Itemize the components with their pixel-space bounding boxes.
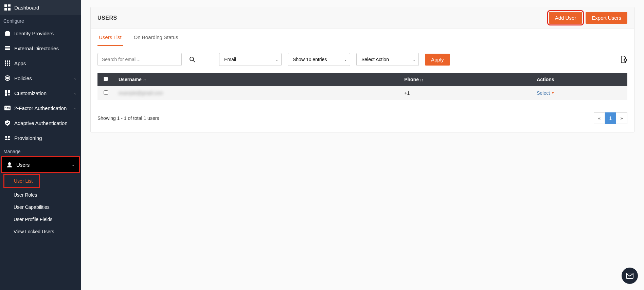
svg-point-20 <box>6 77 8 79</box>
panel-header: USERS Add User Export Users <box>91 7 634 29</box>
directories-icon <box>4 45 11 52</box>
toolbar: Email ⌄ Show 10 entries ⌄ Select Action … <box>91 46 634 73</box>
entries-select-wrap: Show 10 entries ⌄ <box>288 53 350 66</box>
pagination: « 1 » <box>594 112 627 124</box>
apply-button[interactable]: Apply <box>425 54 450 66</box>
sort-icon: ↓↑ <box>142 78 146 82</box>
sidebar-item-external-directories[interactable]: External Directories <box>0 41 81 56</box>
users-panel: USERS Add User Export Users Users List O… <box>90 7 634 132</box>
sidebar-item-users[interactable]: Users ⌄ <box>1 156 80 173</box>
tab-onboarding-status[interactable]: On Boarding Status <box>132 29 180 46</box>
pagination-page-1[interactable]: 1 <box>605 112 616 124</box>
svg-rect-0 <box>4 4 7 7</box>
table-row: example@gmail.com +1 Select ▼ <box>97 86 627 100</box>
add-column-button[interactable] <box>619 55 627 64</box>
sidebar-item-label: Policies <box>14 75 74 81</box>
chevron-down-icon: ⌄ <box>74 76 77 80</box>
shield-check-icon <box>4 120 11 126</box>
pagination-next[interactable]: » <box>616 112 627 124</box>
svg-rect-7 <box>5 46 10 47</box>
sidebar-item-label: Identity Providers <box>14 31 77 36</box>
field-select-wrap: Email ⌄ <box>219 53 282 66</box>
header-actions: Add User Export Users <box>549 12 627 24</box>
sort-icon: ↓↑ <box>419 78 423 82</box>
identity-icon <box>4 30 11 37</box>
search-icon <box>189 56 195 62</box>
svg-rect-9 <box>5 49 10 50</box>
page-title: USERS <box>97 15 117 21</box>
add-user-button[interactable]: Add User <box>549 12 583 24</box>
sidebar-sub-user-capabilities[interactable]: User Capabilities <box>0 201 81 213</box>
chevron-down-icon: ⌄ <box>72 163 75 167</box>
svg-rect-1 <box>8 4 11 6</box>
chevron-down-icon: ⌄ <box>74 106 77 110</box>
tabs: Users List On Boarding Status <box>91 29 634 46</box>
sidebar-item-apps[interactable]: Apps <box>0 56 81 71</box>
export-users-button[interactable]: Export Users <box>586 12 627 24</box>
row-action-select[interactable]: Select ▼ <box>537 90 554 96</box>
sidebar-item-label: Customization <box>14 90 74 96</box>
sidebar-item-2fa[interactable]: 123 2-Factor Authentication ⌄ <box>0 101 81 115</box>
action-select[interactable]: Select Action <box>356 53 419 66</box>
svg-rect-15 <box>9 62 10 64</box>
sidebar-item-customization[interactable]: Customization ⌄ <box>0 86 81 101</box>
dashboard-icon <box>4 4 11 11</box>
mail-icon <box>626 272 634 280</box>
sidebar-submenu-users: User List User Roles User Capabilities U… <box>0 174 81 238</box>
sidebar: Dashboard Configure Identity Providers E… <box>0 0 81 290</box>
sidebar-item-policies[interactable]: Policies ⌄ <box>0 71 81 86</box>
svg-rect-2 <box>8 6 11 7</box>
sidebar-item-dashboard[interactable]: Dashboard <box>0 0 81 15</box>
sidebar-sub-user-profile-fields[interactable]: User Profile Fields <box>0 213 81 225</box>
main-content: USERS Add User Export Users Users List O… <box>81 0 644 290</box>
table-wrap: Username↓↑ Phone↓↑ Actions <box>91 73 634 107</box>
svg-rect-13 <box>5 62 6 64</box>
add-file-icon <box>619 55 627 64</box>
table-header-select-all <box>97 73 114 86</box>
svg-rect-5 <box>5 32 10 36</box>
table-header-phone[interactable]: Phone↓↑ <box>399 73 532 86</box>
sidebar-section-manage: Manage <box>0 145 81 156</box>
select-all-checkbox[interactable] <box>104 77 108 81</box>
chat-widget-button[interactable] <box>622 268 638 284</box>
sidebar-item-label: Apps <box>14 60 77 66</box>
svg-rect-16 <box>5 65 6 66</box>
table-header-label: Username <box>119 77 142 82</box>
row-checkbox[interactable] <box>104 90 108 95</box>
sidebar-item-adaptive[interactable]: Adaptive Authentication <box>0 115 81 130</box>
svg-rect-22 <box>8 90 10 93</box>
chevron-down-icon: ⌄ <box>74 91 77 95</box>
table-header-label: Actions <box>537 77 554 82</box>
svg-rect-4 <box>8 8 11 11</box>
provisioning-icon <box>4 134 11 141</box>
sidebar-item-identity-providers[interactable]: Identity Providers <box>0 26 81 41</box>
pagination-prev[interactable]: « <box>594 112 605 124</box>
search-input[interactable] <box>97 53 182 66</box>
tab-users-list[interactable]: Users List <box>97 29 123 46</box>
entries-select[interactable]: Show 10 entries <box>288 53 350 66</box>
sidebar-sub-view-locked-users[interactable]: View Locked Users <box>0 225 81 238</box>
svg-point-26 <box>5 136 7 138</box>
table-header-actions: Actions <box>532 73 627 86</box>
svg-point-28 <box>8 162 11 165</box>
sidebar-item-label: Provisioning <box>14 135 77 141</box>
svg-rect-8 <box>5 48 10 49</box>
svg-rect-10 <box>5 60 6 62</box>
policies-icon <box>4 75 11 81</box>
sidebar-item-label: Adaptive Authentication <box>14 120 77 126</box>
svg-rect-3 <box>4 8 7 11</box>
table-footer-text: Showing 1 - 1 of total 1 users <box>97 115 159 121</box>
svg-rect-23 <box>5 93 7 96</box>
field-select[interactable]: Email <box>219 53 282 66</box>
sidebar-item-provisioning[interactable]: Provisioning <box>0 130 81 145</box>
search-button[interactable] <box>188 56 197 62</box>
svg-rect-12 <box>9 60 10 62</box>
sidebar-sub-user-list[interactable]: User List <box>3 174 40 188</box>
sidebar-item-label: Users <box>16 162 72 168</box>
sidebar-sub-user-roles[interactable]: User Roles <box>0 189 81 201</box>
apps-icon <box>4 60 11 67</box>
user-icon <box>6 161 13 168</box>
users-table: Username↓↑ Phone↓↑ Actions <box>97 73 627 100</box>
svg-point-29 <box>190 57 194 61</box>
table-header-username[interactable]: Username↓↑ <box>114 73 399 86</box>
